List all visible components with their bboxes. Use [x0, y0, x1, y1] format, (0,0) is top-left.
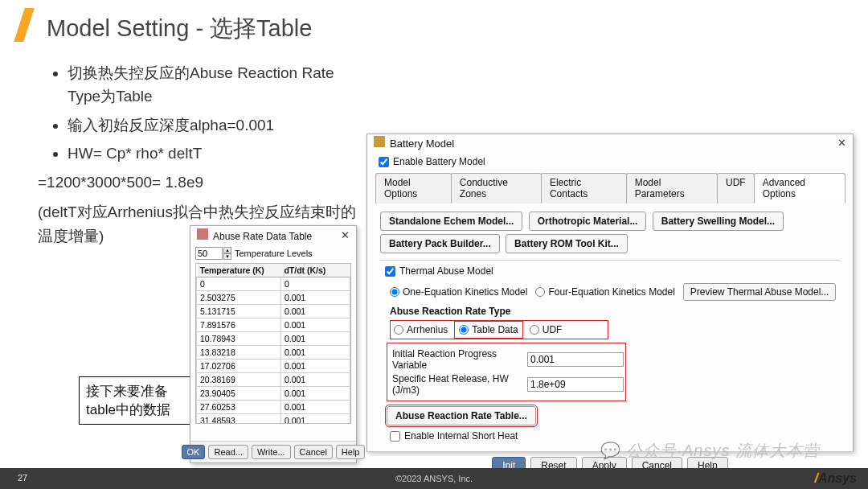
udf-radio[interactable]: UDF — [530, 324, 563, 335]
rate-type-label: Abuse Reaction Rate Type — [390, 306, 840, 317]
abuse-rate-table-button[interactable]: Abuse Reaction Rate Table... — [387, 406, 536, 425]
abuse-dialog-titlebar[interactable]: Abuse Rate Data Table ✕ — [190, 226, 356, 244]
bullet-3: HW= Cp* rho* deltT — [68, 142, 363, 165]
tab-model-options[interactable]: Model Options — [375, 173, 452, 203]
rate-cell-input[interactable] — [281, 401, 350, 413]
callout-note: 接下来要准备table中的数据 — [79, 376, 191, 425]
enable-battery-input[interactable] — [379, 157, 389, 167]
battery-model-dialog: Battery Model ✕ Enable Battery Model Mod… — [366, 134, 854, 452]
temp-cell-input[interactable] — [197, 332, 280, 345]
orthotropic-button[interactable]: Orthotropic Material... — [529, 212, 647, 231]
table-row — [197, 305, 350, 318]
bullet-2: 输入初始反应深度alpha=0.001 — [68, 113, 363, 137]
four-eq-radio[interactable]: Four-Equation Kinetics Model — [535, 286, 674, 298]
rate-cell-input[interactable] — [281, 305, 350, 318]
arrhenius-label: Arrhenius — [407, 324, 448, 335]
preview-abuse-button[interactable]: Preview Thermal Abuse Model... — [683, 283, 837, 301]
advanced-options-panel: Standalone Echem Model... Orthotropic Ma… — [375, 203, 845, 451]
rate-cell-input[interactable] — [281, 291, 350, 304]
temp-levels-input[interactable] — [195, 247, 223, 260]
temp-cell-input[interactable] — [197, 291, 280, 304]
copyright: ©2023 ANSYS, Inc. — [395, 474, 473, 483]
hw-input[interactable] — [527, 377, 624, 392]
short-heat-checkbox[interactable]: Enable Internal Short Heat — [390, 430, 837, 442]
enable-battery-label: Enable Battery Model — [393, 156, 485, 167]
battery-dialog-icon — [374, 136, 385, 147]
thermal-abuse-label: Thermal Abuse Model — [399, 265, 493, 277]
page-number: 27 — [11, 473, 34, 483]
rate-cell-input[interactable] — [281, 318, 350, 331]
col-rate: dT/dt (K/s) — [280, 264, 350, 277]
close-icon[interactable]: ✕ — [837, 137, 846, 149]
table-row — [197, 291, 350, 305]
table-row — [197, 318, 350, 332]
one-eq-radio[interactable]: One-Equation Kinetics Model — [390, 286, 527, 298]
battery-dialog-titlebar[interactable]: Battery Model ✕ — [367, 134, 853, 151]
battery-tabs: Model OptionsConductive ZonesElectric Co… — [375, 172, 845, 203]
temp-levels-label: Temperature Levels — [235, 249, 313, 258]
footer-bar: 27 ©2023 ANSYS, Inc. — [0, 468, 868, 489]
rate-cell-input[interactable] — [281, 332, 350, 345]
one-eq-label: One-Equation Kinetics Model — [403, 286, 527, 298]
ansys-logo: /Ansys — [815, 471, 857, 486]
table-row — [197, 346, 350, 360]
rate-cell-input[interactable] — [281, 277, 350, 290]
temp-cell-input[interactable] — [197, 318, 280, 331]
cancel-button[interactable]: Cancel — [294, 445, 333, 459]
temp-cell-input[interactable] — [197, 360, 280, 372]
read-button[interactable]: Read... — [208, 445, 248, 459]
arrhenius-radio[interactable]: Arrhenius — [394, 324, 448, 335]
table-row — [197, 332, 350, 346]
temperature-table-scroll[interactable]: Temperature (K) dT/dt (K/s) — [195, 263, 351, 424]
rate-cell-input[interactable] — [281, 373, 350, 386]
close-icon[interactable]: ✕ — [341, 229, 350, 241]
bullet-1: 切换热失控反应的Abuse Reaction Rate Type为Table — [68, 61, 363, 109]
rate-cell-input[interactable] — [281, 414, 350, 424]
col-temperature: Temperature (K) — [197, 264, 281, 277]
swelling-model-button[interactable]: Battery Swelling Model... — [653, 212, 784, 231]
table-row — [197, 401, 350, 414]
init-progress-label: Initial Reaction Progress Variable — [392, 348, 527, 371]
four-eq-label: Four-Equation Kinetics Model — [548, 286, 674, 298]
thermal-abuse-checkbox[interactable]: Thermal Abuse Model — [385, 265, 837, 277]
table-row — [197, 373, 350, 387]
rate-cell-input[interactable] — [281, 346, 350, 359]
tab-model-parameters[interactable]: Model Parameters — [626, 173, 718, 203]
accent-bar — [14, 8, 35, 42]
spinner-down-icon[interactable]: ▼ — [223, 253, 231, 260]
temp-cell-input[interactable] — [197, 387, 280, 400]
enable-battery-checkbox[interactable]: Enable Battery Model — [379, 156, 841, 167]
table-data-radio[interactable]: Table Data — [456, 323, 521, 337]
temp-cell-input[interactable] — [197, 414, 280, 424]
tab-conductive-zones[interactable]: Conductive Zones — [451, 173, 542, 203]
ok-button[interactable]: OK — [182, 445, 206, 459]
pack-builder-button[interactable]: Battery Pack Builder... — [380, 234, 500, 253]
echem-model-button[interactable]: Standalone Echem Model... — [380, 212, 522, 231]
abuse-dialog-title: Abuse Rate Data Table — [213, 231, 312, 242]
temp-cell-input[interactable] — [197, 401, 280, 413]
temp-cell-input[interactable] — [197, 305, 280, 318]
tab-advanced-options[interactable]: Advanced Options — [754, 173, 845, 203]
table-row — [197, 277, 350, 291]
write-button[interactable]: Write... — [252, 445, 291, 459]
short-heat-input[interactable] — [390, 431, 400, 442]
temp-cell-input[interactable] — [197, 346, 280, 359]
table-row — [197, 414, 350, 425]
rate-cell-input[interactable] — [281, 360, 350, 372]
temperature-table: Temperature (K) dT/dt (K/s) — [196, 264, 350, 424]
tab-electric-contacts[interactable]: Electric Contacts — [541, 173, 627, 203]
temp-cell-input[interactable] — [197, 277, 280, 290]
init-progress-input[interactable] — [527, 352, 624, 367]
temp-cell-input[interactable] — [197, 373, 280, 386]
rom-toolkit-button[interactable]: Battery ROM Tool Kit... — [506, 234, 628, 253]
table-row — [197, 360, 350, 373]
dialog-icon — [197, 228, 208, 240]
thermal-abuse-input[interactable] — [385, 266, 395, 277]
tab-udf[interactable]: UDF — [717, 173, 755, 203]
help-button[interactable]: Help — [336, 445, 366, 459]
spinner-up-icon[interactable]: ▲ — [223, 247, 231, 253]
rate-cell-input[interactable] — [281, 387, 350, 400]
equation-line: =1200*3000*500= 1.8e9 — [38, 171, 363, 194]
short-heat-label: Enable Internal Short Heat — [404, 430, 518, 442]
table-row — [197, 387, 350, 401]
